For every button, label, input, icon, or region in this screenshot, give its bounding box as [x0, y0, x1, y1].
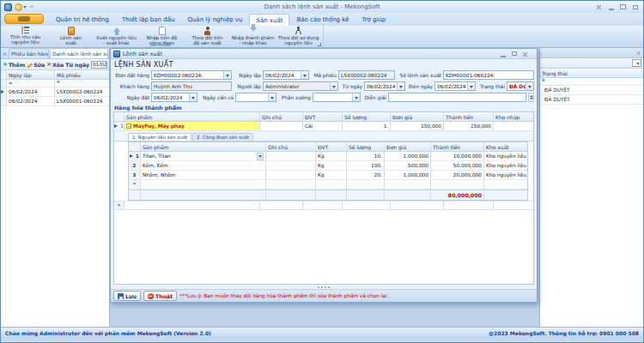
- filter-icon[interactable]: *: [540, 78, 643, 85]
- theo-doi-tien-do-button[interactable]: Theo dõi tiếnđộ sản xuất: [185, 26, 230, 42]
- column-so-luong[interactable]: Số lượng: [343, 112, 391, 121]
- note-cell[interactable]: [266, 161, 316, 170]
- tab-phieu-ban-hang[interactable]: Phiếu bán hàng×: [9, 48, 49, 58]
- product-new-row[interactable]: *: [114, 201, 533, 210]
- delete-button[interactable]: × Xóa: [46, 61, 64, 68]
- minimize-icon[interactable]: [607, 3, 615, 10]
- group-dialog-launcher-icon[interactable]: [318, 43, 321, 46]
- don-dat-hang-field[interactable]: KDH00002-060224;: [151, 70, 232, 80]
- exit-button[interactable]: Thoát: [143, 291, 177, 301]
- toolbar-overflow-button[interactable]: [632, 59, 641, 67]
- price-cell[interactable]: 150,000: [391, 122, 444, 130]
- unit-cell[interactable]: Kg: [316, 161, 347, 170]
- panel-close-icon[interactable]: ×: [636, 50, 641, 56]
- amount-cell[interactable]: 150,000: [444, 122, 494, 130]
- filter-equals-icon[interactable]: =: [7, 80, 55, 87]
- column-ngay-lap[interactable]: Ngày lập: [7, 70, 55, 79]
- qty-cell[interactable]: 1.: [343, 122, 391, 130]
- restore-icon[interactable]: [619, 3, 627, 10]
- material-row[interactable]: 3 Nhôm, Nhôm Kg 20. 1,000,000 20,000,000…: [129, 171, 527, 180]
- den-ngay-field[interactable]: 06/02/2024: [434, 81, 476, 91]
- warehouse-cell[interactable]: Kho nguyên liệu: [484, 161, 527, 170]
- grid-filter-row[interactable]: *: [540, 78, 643, 86]
- product-cell[interactable]: Kẽm, Kẽm: [141, 161, 266, 170]
- nhap-thanh-pham-button[interactable]: Nhập thành phẩm- nhập khác: [230, 26, 276, 42]
- unit-cell[interactable]: Cái: [303, 122, 343, 130]
- lenh-san-xuat-button[interactable]: Lệnh sảnxuất: [48, 26, 94, 42]
- add-button[interactable]: + Thêm: [3, 61, 25, 68]
- quick-access-button[interactable]: [15, 3, 27, 11]
- column-don-gia[interactable]: Đơn giá: [391, 112, 444, 121]
- tab-quan-tri-he-thong[interactable]: Quản trị hệ thống: [50, 14, 115, 26]
- warehouse-cell[interactable]: Kho nguyên liệu: [484, 171, 527, 179]
- warehouse-cell[interactable]: Kho nguyên liệu: [484, 152, 527, 160]
- dien-giai-field[interactable]: [388, 93, 526, 102]
- list-filter-row[interactable]: = *: [1, 80, 109, 87]
- amount-cell[interactable]: 20,000,000: [431, 171, 484, 179]
- list-row-selected[interactable]: 06/02/2024 LSX00002-060224: [1, 87, 109, 97]
- amount-cell[interactable]: 10,000,000: [431, 152, 484, 160]
- column-trang-thai[interactable]: Trạng thái: [540, 69, 643, 77]
- tu-ngay-field[interactable]: 06/02/2024: [364, 81, 405, 91]
- product-row[interactable]: 1 MayPay, Máy phay Cái 1. 150,000 150,00…: [114, 122, 533, 131]
- nguoi-lap-field[interactable]: Administrator: [263, 81, 338, 91]
- column-thanh-tien[interactable]: Thành tiền: [431, 142, 484, 151]
- tab-thiet-lap-ban-dau[interactable]: Thiết lập ban đầu: [116, 14, 180, 26]
- column-so-luong[interactable]: Số lượng: [347, 142, 385, 151]
- column-dvt[interactable]: ĐVT: [303, 112, 343, 121]
- filter-icon[interactable]: *: [55, 80, 109, 87]
- unit-cell[interactable]: Kg: [316, 152, 347, 160]
- dialog-close-icon[interactable]: [521, 51, 529, 57]
- price-cell[interactable]: 500,000: [385, 161, 431, 170]
- material-row[interactable]: 1 Titan, Titan Kg 10. 1,000,000 10,000,0…: [129, 152, 527, 161]
- column-ghi-chu[interactable]: Ghi chú: [266, 142, 316, 151]
- nhap-tien-do-cong-doan-button[interactable]: Nhập tiến độcông đoạn: [139, 26, 185, 42]
- tinh-nhu-cau-nguyen-lieu-button[interactable]: Tính nhu cầunguyên liệu: [3, 26, 48, 42]
- ngay-can-co-field[interactable]: [235, 93, 276, 102]
- so-lenh-field[interactable]: KDH00001-060224;: [443, 70, 534, 80]
- note-cell[interactable]: [266, 152, 316, 160]
- ngay-dat-field[interactable]: 06/02/2024: [151, 93, 197, 102]
- unit-cell[interactable]: Kg: [316, 171, 347, 179]
- column-thanh-tien[interactable]: Thành tiền: [444, 112, 494, 121]
- application-menu-button[interactable]: [4, 14, 44, 24]
- status-cell[interactable]: ĐÃ DUYỆT: [540, 86, 643, 95]
- product-cell[interactable]: MayPay, Máy phay: [125, 122, 260, 130]
- price-cell[interactable]: 1,000,000: [385, 171, 431, 179]
- ma-phieu-field[interactable]: LSX00002-060224: [338, 70, 395, 80]
- theo-doi-su-dung-nguyen-lieu-button[interactable]: Theo dõi sử dụngnguyên liệu: [276, 26, 321, 42]
- tabstrip-close-button[interactable]: ×: [2, 49, 8, 58]
- price-cell[interactable]: 1,000,000: [385, 152, 431, 160]
- product-cell[interactable]: Nhôm, Nhôm: [141, 171, 266, 179]
- combo-button-icon[interactable]: [257, 153, 264, 160]
- trang-thai-field[interactable]: ĐÃ DUYỆT: [507, 81, 534, 91]
- amount-cell[interactable]: 50,000,000: [431, 161, 484, 170]
- column-ghi-chu[interactable]: Ghi chú: [260, 112, 303, 121]
- column-don-gia[interactable]: Đơn giá: [385, 142, 431, 151]
- tab-bao-cao-thong-ke[interactable]: Báo cáo thống kê: [290, 14, 355, 26]
- tab-cong-doan-san-xuat[interactable]: 2. Công đoạn sản xuất: [192, 133, 253, 141]
- maximize-icon[interactable]: [631, 3, 639, 10]
- qty-cell[interactable]: 10.: [347, 152, 385, 160]
- note-cell[interactable]: [260, 122, 303, 130]
- customize-icon[interactable]: [595, 3, 603, 10]
- phan-xuong-field[interactable]: [313, 93, 361, 102]
- column-ma-phieu[interactable]: Mã phiếu: [55, 70, 109, 79]
- dialog-maximize-icon[interactable]: [510, 51, 518, 57]
- tab-quan-ly-nghiep-vu[interactable]: Quản lý nghiệp vụ: [181, 14, 248, 26]
- column-kho-xuat[interactable]: Kho xuất: [484, 142, 527, 151]
- tab-nguyen-lieu-san-xuat[interactable]: 1. Nguyên liệu sản xuất: [128, 133, 191, 141]
- qty-cell[interactable]: 100.: [347, 161, 385, 170]
- product-cell[interactable]: Titan, Titan: [141, 152, 266, 160]
- column-san-pham[interactable]: Sản phẩm: [141, 142, 266, 151]
- status-cell[interactable]: ĐÃ DUYỆT: [540, 95, 643, 105]
- dialog-minimize-icon[interactable]: [499, 51, 507, 57]
- ngay-lap-field[interactable]: 06/02/2024: [263, 70, 309, 80]
- tab-danh-sach-lenh-san-xuat[interactable]: Danh sách lệnh sản xuất×: [50, 48, 108, 58]
- warehouse-cell[interactable]: [494, 122, 533, 130]
- edit-button[interactable]: Sửa: [27, 62, 45, 68]
- column-dvt[interactable]: ĐVT: [316, 142, 347, 151]
- column-kho-nhap[interactable]: Kho nhập: [494, 112, 533, 121]
- collapse-detail-icon[interactable]: [126, 123, 131, 129]
- material-new-row[interactable]: *: [129, 180, 527, 190]
